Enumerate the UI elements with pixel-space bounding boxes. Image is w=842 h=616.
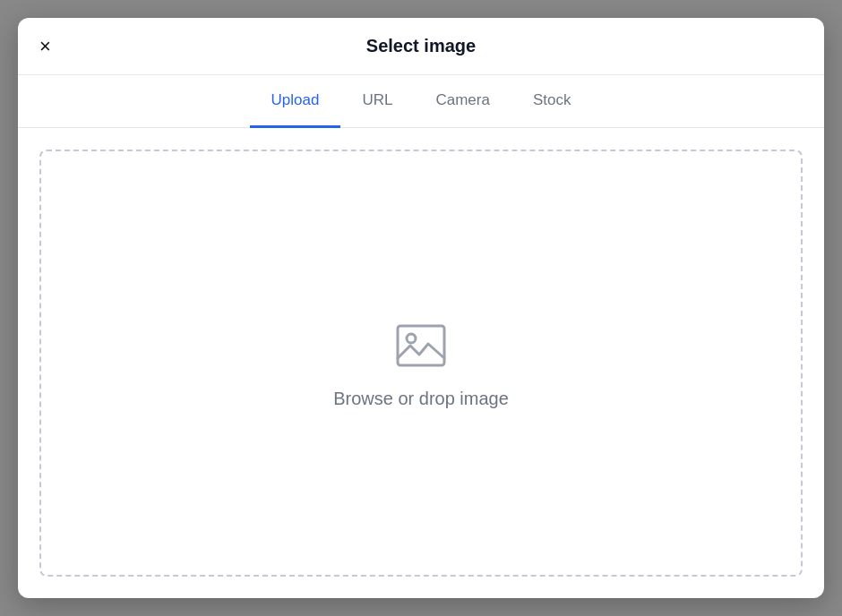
tab-stock[interactable]: Stock — [511, 75, 593, 128]
svg-point-1 — [407, 334, 416, 343]
drop-zone[interactable]: Browse or drop image — [39, 150, 803, 577]
image-placeholder-icon — [392, 317, 450, 374]
select-image-modal: × Select image Upload URL Camera Stock B… — [18, 18, 824, 598]
tabs-container: Upload URL Camera Stock — [18, 75, 824, 128]
tab-camera[interactable]: Camera — [414, 75, 511, 128]
close-button[interactable]: × — [36, 33, 55, 60]
tab-upload[interactable]: Upload — [250, 75, 341, 128]
modal-header: × Select image — [18, 18, 824, 75]
close-icon: × — [39, 37, 51, 56]
modal-body: Browse or drop image — [18, 128, 824, 598]
tab-url[interactable]: URL — [340, 75, 414, 128]
drop-zone-label: Browse or drop image — [333, 389, 509, 409]
svg-rect-0 — [398, 326, 444, 365]
modal-title: Select image — [366, 36, 476, 56]
